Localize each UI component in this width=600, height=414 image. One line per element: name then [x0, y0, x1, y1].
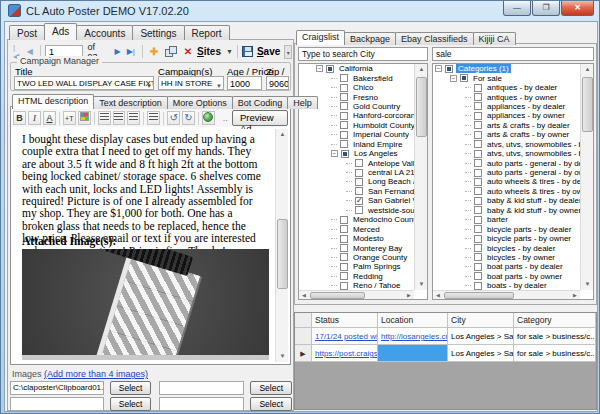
tree-item-palm-springs[interactable]: Palm Springs	[299, 262, 414, 271]
scroll-thumb[interactable]	[416, 77, 427, 137]
editor-vertical-scrollbar[interactable]: ▲ ▼	[275, 129, 288, 362]
checkbox[interactable]	[355, 197, 363, 205]
add-more-images-link[interactable]: (Add more than 4 images)	[44, 369, 148, 379]
tree-item-boat-parts-by-owner[interactable]: boat parts - by owner	[433, 272, 580, 281]
select-image-button-1[interactable]: Select	[110, 381, 152, 395]
cell-link[interactable]: 17/1/24 posted with ...	[315, 332, 378, 341]
tree-item-atvs-utvs-snowmobiles-by-owner[interactable]: atvs, utvs, snowmobiles - by owner	[433, 149, 580, 158]
tab-post[interactable]: Post	[9, 25, 45, 40]
table-row[interactable]: 17/1/24 posted with ...http://losangeles…	[295, 328, 596, 345]
scroll-thumb[interactable]	[444, 292, 514, 299]
checkbox[interactable]	[355, 187, 363, 195]
tree-item-auto-wheels-tires-by-owner[interactable]: auto wheels & tires - by owner	[433, 187, 580, 196]
select-image-button-4[interactable]: Select	[250, 397, 292, 411]
category-tree-hscrollbar[interactable]: ◀ ▶	[433, 290, 580, 299]
checkbox[interactable]	[340, 235, 348, 243]
checkbox[interactable]	[340, 112, 348, 120]
checkbox[interactable]	[326, 65, 334, 73]
scroll-down-icon[interactable]: ▼	[276, 351, 288, 362]
checkbox[interactable]	[340, 263, 348, 271]
checkbox[interactable]	[355, 206, 363, 214]
checkbox[interactable]	[340, 131, 348, 139]
tree-item-bicycle-parts-by-dealer[interactable]: bicycle parts - by dealer	[433, 224, 580, 233]
city-search-input[interactable]	[298, 47, 428, 61]
checkbox[interactable]	[340, 253, 348, 261]
tree-item-appliances-by-dealer[interactable]: appliances - by dealer	[433, 102, 580, 111]
tab-ads[interactable]: Ads	[44, 23, 77, 40]
status-cell[interactable]: https://post.craigslist...	[312, 345, 378, 362]
checkbox[interactable]	[474, 244, 482, 252]
column-header-status[interactable]: Status	[312, 313, 378, 328]
checkbox[interactable]	[474, 253, 482, 261]
align-center-button[interactable]	[113, 111, 126, 125]
checkbox[interactable]	[340, 74, 348, 82]
select-image-button-3[interactable]: Select	[110, 397, 152, 411]
checkbox[interactable]	[474, 263, 482, 271]
scroll-thumb[interactable]	[277, 219, 288, 289]
tree-item-for-sale[interactable]: −For sale	[433, 73, 580, 82]
preview-ad-button[interactable]: Preview Ad	[232, 110, 288, 126]
tab-bot-coding[interactable]: Bot Coding	[232, 96, 289, 109]
checkbox[interactable]	[460, 74, 468, 82]
checkbox[interactable]	[341, 150, 349, 158]
tree-item-redding[interactable]: Redding	[299, 272, 414, 281]
title-combobox[interactable]: TWO LED WALL DISPLAY CASE FIXTI▼	[14, 76, 154, 90]
status-cell[interactable]: 17/1/24 posted with ...	[312, 328, 378, 345]
age-price-input[interactable]: 1000	[227, 76, 262, 90]
tab-more-options[interactable]: More Options	[167, 96, 233, 109]
checkbox[interactable]	[474, 187, 482, 195]
scroll-up-icon[interactable]: ▲	[415, 64, 428, 75]
align-left-button[interactable]	[98, 111, 111, 125]
tree-item-categories-1[interactable]: −Categories (1)	[433, 64, 580, 73]
checkbox[interactable]	[355, 178, 363, 186]
image-path-input-4[interactable]	[159, 397, 244, 411]
checkbox[interactable]	[340, 121, 348, 129]
row-selector[interactable]: ▶	[295, 345, 312, 362]
tree-item-bakersfield[interactable]: Bakersfield	[299, 73, 414, 82]
column-header-category[interactable]: Category	[514, 313, 596, 328]
scroll-left-icon[interactable]: ◀	[433, 291, 443, 300]
tree-item-monterey-bay[interactable]: Monterey Bay	[299, 243, 414, 252]
cell-link[interactable]: https://post.craigslist...	[315, 349, 378, 358]
align-right-button[interactable]	[127, 111, 140, 125]
redo-button[interactable]: ↻	[182, 111, 195, 125]
checkbox[interactable]	[355, 159, 363, 167]
scroll-thumb[interactable]	[582, 77, 593, 132]
tree-item-auto-parts-general-by-owner[interactable]: auto parts - general - by owner	[433, 168, 580, 177]
checkbox[interactable]	[474, 84, 482, 92]
checkbox[interactable]	[474, 272, 482, 280]
tab-accounts[interactable]: Accounts	[76, 25, 133, 40]
tree-item-chico[interactable]: Chico	[299, 83, 414, 92]
tree-item-arts-crafts-by-owner[interactable]: arts & crafts - by owner	[433, 130, 580, 139]
undo-button[interactable]: ↺	[167, 111, 180, 125]
tree-item-san-fernando-vall[interactable]: San Fernando Vall	[299, 187, 414, 196]
expander-icon[interactable]: −	[331, 150, 338, 157]
city-tree-vscrollbar[interactable]: ▲ ▼	[414, 64, 427, 290]
toolbar-overflow-button[interactable]: ▾	[284, 45, 292, 59]
column-header-location[interactable]: Location	[378, 313, 448, 328]
previous-record-button[interactable]: ◀	[24, 47, 36, 56]
last-record-button[interactable]: ▶|	[124, 47, 138, 56]
tree-item-imperial-county[interactable]: Imperial County	[299, 130, 414, 139]
tree-item-appliances-by-owner[interactable]: appliances - by owner	[433, 111, 580, 120]
tree-item-mendocino-county[interactable]: Mendocino County	[299, 215, 414, 224]
checkbox[interactable]	[474, 102, 482, 110]
justify-button[interactable]	[147, 111, 160, 125]
tree-item-long-beach-562[interactable]: Long Beach / 562	[299, 177, 414, 186]
select-image-button-2[interactable]: Select	[250, 381, 292, 395]
tree-item-boat-parts-by-dealer[interactable]: boat parts - by dealer	[433, 262, 580, 271]
zip-input[interactable]: 90603	[266, 76, 289, 90]
tree-item-baby-kid-stuff-by-dealer[interactable]: baby & kid stuff - by dealer	[433, 196, 580, 205]
scroll-right-icon[interactable]: ▶	[404, 291, 414, 300]
tree-item-antelope-valley[interactable]: Antelope Valley	[299, 158, 414, 167]
title-bar[interactable]: CL Auto Poster DEMO V17.02.20 — ❐ ✕	[1, 1, 599, 21]
cell-link[interactable]: http://losangeles.crai...	[381, 332, 448, 341]
scroll-thumb[interactable]	[310, 292, 365, 299]
tree-item-boats-by-dealer[interactable]: boats - by dealer	[433, 281, 580, 290]
delete-record-button[interactable]: ✕	[181, 46, 195, 57]
tree-item-modesto[interactable]: Modesto	[299, 234, 414, 243]
checkbox[interactable]	[340, 282, 348, 290]
scroll-right-icon[interactable]: ▶	[570, 291, 580, 300]
next-record-button[interactable]: ▶	[112, 47, 124, 56]
checkbox[interactable]	[474, 178, 482, 186]
